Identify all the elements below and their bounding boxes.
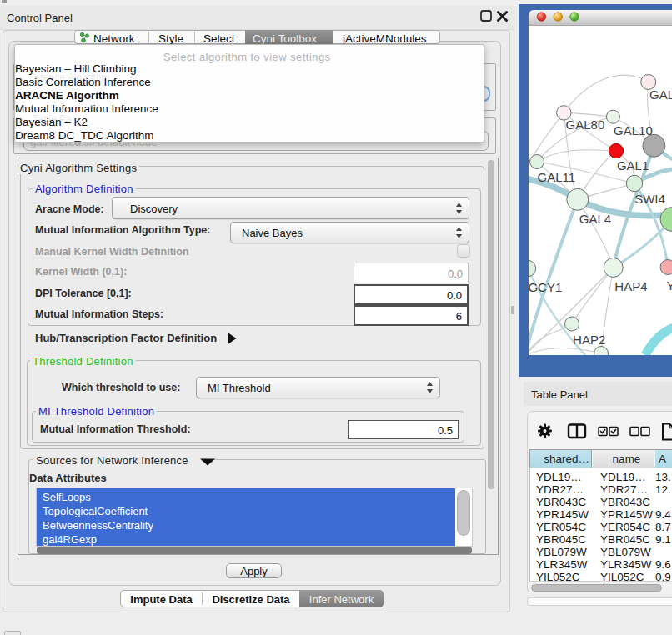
svg-text:GAL11: GAL11 <box>538 170 576 184</box>
svg-text:GAL1: GAL1 <box>617 158 649 172</box>
svg-text:Y: Y <box>667 278 672 292</box>
svg-text:HAP2: HAP2 <box>573 332 605 347</box>
svg-text:GCY1: GCY1 <box>528 280 562 294</box>
svg-text:GAL7: GAL7 <box>649 88 672 102</box>
svg-text:GAL4: GAL4 <box>579 212 611 226</box>
svg-text:SWI4: SWI4 <box>634 192 665 206</box>
svg-text:GAL10: GAL10 <box>614 123 653 138</box>
svg-text:GAL80: GAL80 <box>566 118 605 132</box>
svg-text:HAP4: HAP4 <box>614 279 647 293</box>
